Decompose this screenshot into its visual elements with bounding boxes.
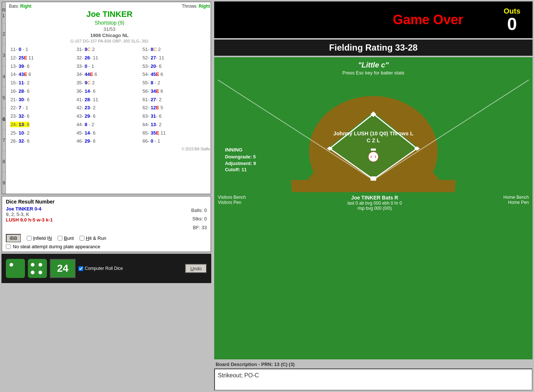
visitors-bench-label: Visitors Bench <box>218 195 246 200</box>
result-46: 46- 29- 6 <box>76 137 142 146</box>
bunt-text: Bunt <box>64 235 74 241</box>
home-pen-label: Home Pen <box>504 200 529 205</box>
result-32: 32- 26- 11 <box>76 54 142 62</box>
board-desc-area: Board Description - PRN: 13 (C) (3) Stri… <box>214 361 533 391</box>
home-area: Home Bench Home Pen <box>504 195 529 205</box>
computer-roll-checkbox[interactable] <box>78 266 83 271</box>
undo-button[interactable]: Undo <box>185 264 207 273</box>
game-over-header: Game Over Outs 0 <box>214 1 533 38</box>
outs-box: Outs 0 <box>497 7 527 33</box>
result-44: 44- 8 - 2 <box>76 121 142 129</box>
bats-label: Bats: Right <box>9 4 31 9</box>
row-6: 6 <box>2 109 6 130</box>
result-53: 53- 20- 6 <box>142 62 208 71</box>
result-16: 16- 28- 6 <box>10 87 76 96</box>
hit-run-text: Hit & Run <box>86 235 106 241</box>
dice-stats: 9, 2, 5-3, K <box>6 212 53 217</box>
result-45: 45- 14- 6 <box>76 129 142 138</box>
result-42: 42- 23- 2 <box>76 104 142 112</box>
result-35: 35- 9C 2 <box>76 79 142 87</box>
result-24: 24- 13- 6 <box>10 121 76 129</box>
player-team: 1908 Chicago NL <box>9 33 210 38</box>
die-empty2 <box>10 270 13 274</box>
dice-pitcher: LUSH 9.0 h-5 w-3 k-1 <box>6 217 53 223</box>
row-numbers: R1 2 3 4 5 6 7 8 9 <box>2 2 6 194</box>
result-65: 65- 35E 11 <box>142 129 208 138</box>
row-7: 7 <box>2 130 6 151</box>
baseball-field-svg: Johnny LUSH (10 Q0) Throws L C Z L INNIN… <box>218 78 529 192</box>
home-bench-label: Home Bench <box>504 195 529 200</box>
svg-text:C Z L: C Z L <box>367 138 380 143</box>
result-13: 13- 39- 6 <box>10 62 76 71</box>
player-ab-stats: 31/53 <box>9 26 210 32</box>
ibb-button[interactable]: IBB <box>6 234 21 242</box>
press-esc-text: Press Esc key for batter stats <box>218 70 529 76</box>
no-steal-row: No steal attempt during plate appearance <box>6 244 207 249</box>
player-gstats: G-157 DG-157 PA-609 OBP-.305 SLG-.392 <box>9 39 210 43</box>
batter-name: Joe TINKER Bats R <box>347 195 402 201</box>
results-grid: 11- 0 - 1 31- 9C 2 51- 8C 2 12- 25E 11 3… <box>9 45 210 146</box>
die-dot-2 <box>39 263 42 267</box>
no-steal-text: No steal attempt during plate appearance <box>13 244 100 249</box>
svg-text:Cutoff: 11: Cutoff: 11 <box>225 167 246 172</box>
result-61: 61- 27- 2 <box>142 96 208 104</box>
board-desc-box: Strikeout; PO-C <box>214 369 533 391</box>
die-1 <box>6 259 25 278</box>
row-4: 4 <box>2 66 6 87</box>
visitors-pen-label: Visitors Pen <box>218 200 246 205</box>
left-panel: R1 2 3 4 5 6 7 8 9 Bats: Right Throws: R… <box>0 0 213 392</box>
dice-display-area: 24 Computer Roll Dice Undo <box>1 254 211 283</box>
player-card: R1 2 3 4 5 6 7 8 9 Bats: Right Throws: R… <box>1 1 211 194</box>
result-22: 22- 7 - 1 <box>10 104 76 112</box>
game-over-text: Game Over <box>359 12 497 28</box>
field-area: "Little c" Press Esc key for batter stat… <box>214 57 533 359</box>
die-dot-4 <box>39 271 42 274</box>
die-2 <box>28 259 47 278</box>
result-43: 43- 29- 6 <box>76 112 142 121</box>
batter-line1: last 0 ab bvg 000 ebh 0 hr 0 <box>347 201 402 206</box>
result-34: 34- 44E 6 <box>76 70 142 79</box>
player-position: Shortstop (9) <box>9 20 210 26</box>
result-33: 33- 0 - 1 <box>76 62 142 71</box>
bunt-checkbox[interactable] <box>58 236 62 241</box>
die-dot-1 <box>31 263 34 267</box>
infield-in-checkbox[interactable] <box>27 236 32 241</box>
result-54: 54- 45E 6 <box>142 70 208 79</box>
dice-player: Joe TINKER 0-4 <box>6 206 53 212</box>
computer-roll-area: Computer Roll Dice <box>78 266 123 271</box>
result-21: 21- 30- 6 <box>10 96 76 104</box>
result-51: 51- 8C 2 <box>142 45 208 54</box>
right-panel: Game Over Outs 0 Fielding Rating 33-28 "… <box>213 0 534 392</box>
dice-result-title: Dice Result Number <box>6 199 207 205</box>
result-63: 63- 31- 6 <box>142 112 208 121</box>
board-desc-label: Board Description - PRN: 13 (C) (3) <box>214 361 533 368</box>
player-name: Joe TINKER <box>9 10 210 19</box>
hit-run-label: Hit & Run <box>80 235 106 241</box>
svg-text:Johnny LUSH (10 Q0) Throws L: Johnny LUSH (10 Q0) Throws L <box>333 131 413 136</box>
result-15: 15- 11- 2 <box>10 79 76 87</box>
field-bottom-bar: Visitors Bench Visitors Pen Joe TINKER B… <box>218 193 529 212</box>
svg-rect-12 <box>370 176 376 181</box>
row-2: 2 <box>2 23 6 45</box>
hit-run-checkbox[interactable] <box>80 236 84 241</box>
result-36: 36- 14- 6 <box>76 87 142 96</box>
throws-label: Throws: Right <box>182 4 210 9</box>
outs-value: 0 <box>497 15 527 33</box>
bunt-label: Bunt <box>58 235 74 241</box>
result-41: 41- 28- 11 <box>76 96 142 104</box>
computer-roll-text: Computer Roll Dice <box>85 266 123 271</box>
visitors-area: Visitors Bench Visitors Pen <box>218 195 246 205</box>
dice-number: 24 <box>50 259 76 278</box>
player-info: Bats: Right Throws: Right Joe TINKER Sho… <box>6 2 213 194</box>
result-23: 23- 32- 6 <box>10 112 76 121</box>
svg-text:Adjustment: 9: Adjustment: 9 <box>225 161 256 166</box>
no-steal-checkbox[interactable] <box>6 244 11 249</box>
infield-in-label: Infield IN <box>27 235 52 241</box>
result-11: 11- 0 - 1 <box>10 45 76 54</box>
result-25: 25- 10- 2 <box>10 129 76 138</box>
computer-roll-label: Computer Roll Dice <box>78 266 123 271</box>
row-5: 5 <box>2 87 6 109</box>
batter-line2: risp bvg 000 (0/0) <box>347 206 402 211</box>
die-dot <box>10 263 13 267</box>
dice-counts: Balls: 0 Stks: 0 BF: 33 <box>191 206 207 232</box>
